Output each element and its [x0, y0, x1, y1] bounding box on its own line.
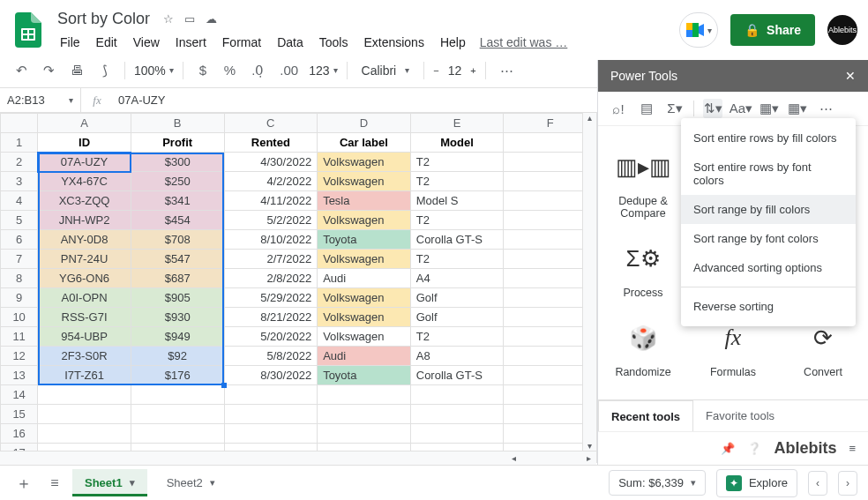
- cell[interactable]: 5/20/2022: [224, 327, 318, 347]
- cell[interactable]: T2: [410, 211, 504, 230]
- menu-file[interactable]: File: [53, 32, 87, 53]
- tool-dedupe[interactable]: ▥▸▥ Dedupe & Compare: [598, 142, 688, 225]
- pt-more-icon[interactable]: ⋯: [816, 99, 835, 118]
- cell[interactable]: Profit: [131, 133, 224, 153]
- sheet-tab-1[interactable]: Sheet1▾: [72, 469, 147, 496]
- cell[interactable]: XC3-ZQQ: [38, 191, 131, 211]
- paint-format-button[interactable]: ⟆: [94, 59, 116, 82]
- cell[interactable]: [410, 405, 504, 424]
- cell[interactable]: Tesla: [318, 191, 411, 211]
- decrease-decimal[interactable]: .0̣: [246, 59, 269, 82]
- cell[interactable]: Volkswagen: [318, 172, 411, 191]
- cell[interactable]: Model: [410, 133, 504, 153]
- row-header[interactable]: 8: [1, 269, 38, 288]
- cell[interactable]: $341: [131, 191, 224, 211]
- cell[interactable]: [410, 424, 504, 444]
- row-header[interactable]: 9: [1, 288, 38, 308]
- cell[interactable]: 4/30/2022: [224, 153, 318, 172]
- tab-recent-tools[interactable]: Recent tools: [598, 400, 693, 432]
- dd-reverse-sorting[interactable]: Reverse sorting: [681, 292, 856, 321]
- pt-sort-icon[interactable]: ⇅▾: [703, 99, 722, 118]
- cell[interactable]: [224, 424, 318, 444]
- menu-help[interactable]: Help: [433, 32, 473, 53]
- dd-sort-range-fill[interactable]: Sort range by fill colors: [681, 195, 856, 224]
- cell[interactable]: 5/8/2022: [224, 347, 318, 366]
- row-header[interactable]: 6: [1, 230, 38, 250]
- dd-sort-range-font[interactable]: Sort range by font colors: [681, 224, 856, 253]
- select-all-corner[interactable]: [1, 114, 38, 133]
- cell[interactable]: [38, 405, 131, 424]
- row-header[interactable]: 16: [1, 424, 38, 444]
- cell[interactable]: $300: [131, 153, 224, 172]
- all-sheets-button[interactable]: ≡: [44, 472, 65, 495]
- col-header[interactable]: E: [410, 114, 504, 133]
- cell[interactable]: 5/2/2022: [224, 211, 318, 230]
- cell[interactable]: A8: [410, 347, 504, 366]
- star-icon[interactable]: ☆: [163, 12, 174, 26]
- format-123[interactable]: 123▾: [309, 63, 337, 78]
- cell[interactable]: [410, 385, 504, 405]
- pt-case-icon[interactable]: Aa▾: [731, 99, 751, 118]
- row-header[interactable]: 12: [1, 347, 38, 366]
- col-header[interactable]: B: [131, 114, 224, 133]
- show-side-panel[interactable]: ›: [838, 471, 857, 496]
- move-icon[interactable]: ▭: [184, 12, 195, 26]
- col-header[interactable]: C: [224, 114, 318, 133]
- col-header[interactable]: A: [38, 114, 131, 133]
- row-header[interactable]: 5: [1, 211, 38, 230]
- pt-color-icon[interactable]: ▦▾: [788, 99, 807, 118]
- cell[interactable]: Corolla GT-S: [410, 230, 504, 250]
- dd-sort-rows-font[interactable]: Sort entire rows by font colors: [681, 153, 856, 195]
- cell[interactable]: 2F3-S0R: [38, 347, 131, 366]
- cell[interactable]: [131, 424, 224, 444]
- row-header[interactable]: 3: [1, 172, 38, 191]
- cell[interactable]: A4: [410, 269, 504, 288]
- cell[interactable]: 4/2/2022: [224, 172, 318, 191]
- menu-edit[interactable]: Edit: [89, 32, 124, 53]
- cell[interactable]: [224, 405, 318, 424]
- row-header[interactable]: 14: [1, 385, 38, 405]
- sheets-app-icon[interactable]: [11, 12, 46, 48]
- pin-icon[interactable]: 📌: [721, 442, 735, 455]
- cell[interactable]: Rented: [224, 133, 318, 153]
- more-toolbar[interactable]: ⋯: [495, 59, 519, 82]
- cell[interactable]: 8/10/2022: [224, 230, 318, 250]
- cell[interactable]: Volkswagen: [318, 250, 411, 269]
- cell[interactable]: 07A-UZY: [38, 153, 131, 172]
- side-panel-toggle[interactable]: ‹: [808, 471, 827, 496]
- cell[interactable]: 2/8/2022: [224, 269, 318, 288]
- tab-favorite-tools[interactable]: Favorite tools: [693, 400, 787, 431]
- cell[interactable]: 5/29/2022: [224, 288, 318, 308]
- cell[interactable]: T2: [410, 250, 504, 269]
- cell[interactable]: Volkswagen: [318, 211, 411, 230]
- cloud-icon[interactable]: ☁: [206, 12, 217, 26]
- cell[interactable]: $454: [131, 211, 224, 230]
- font-size[interactable]: −12+: [433, 63, 475, 78]
- cell[interactable]: T2: [410, 327, 504, 347]
- cell[interactable]: [318, 405, 411, 424]
- close-icon[interactable]: ✕: [845, 69, 856, 83]
- cell[interactable]: ID: [38, 133, 131, 153]
- row-header[interactable]: 2: [1, 153, 38, 172]
- menu-tools[interactable]: Tools: [312, 32, 355, 53]
- share-button[interactable]: 🔒 Share: [730, 14, 815, 46]
- menu-extensions[interactable]: Extensions: [356, 32, 430, 53]
- font-select[interactable]: Calibri▾: [356, 63, 415, 78]
- cell[interactable]: [131, 385, 224, 405]
- menu-data[interactable]: Data: [270, 32, 311, 53]
- cell[interactable]: Audi: [318, 347, 411, 366]
- help-icon[interactable]: ❔: [747, 442, 761, 455]
- add-sheet-button[interactable]: ＋: [11, 469, 37, 497]
- format-currency[interactable]: $: [192, 59, 213, 81]
- row-header[interactable]: 1: [1, 133, 38, 153]
- cell[interactable]: 2/7/2022: [224, 250, 318, 269]
- redo-button[interactable]: ↷: [38, 59, 60, 82]
- cell[interactable]: $176: [131, 366, 224, 385]
- cell[interactable]: $930: [131, 308, 224, 327]
- cell[interactable]: $708: [131, 230, 224, 250]
- row-header[interactable]: 15: [1, 405, 38, 424]
- cell[interactable]: 8/21/2022: [224, 308, 318, 327]
- zoom-select[interactable]: 100%▾: [134, 63, 174, 78]
- horizontal-scrollbar[interactable]: ◂▸: [0, 451, 596, 465]
- cell[interactable]: Golf: [410, 288, 504, 308]
